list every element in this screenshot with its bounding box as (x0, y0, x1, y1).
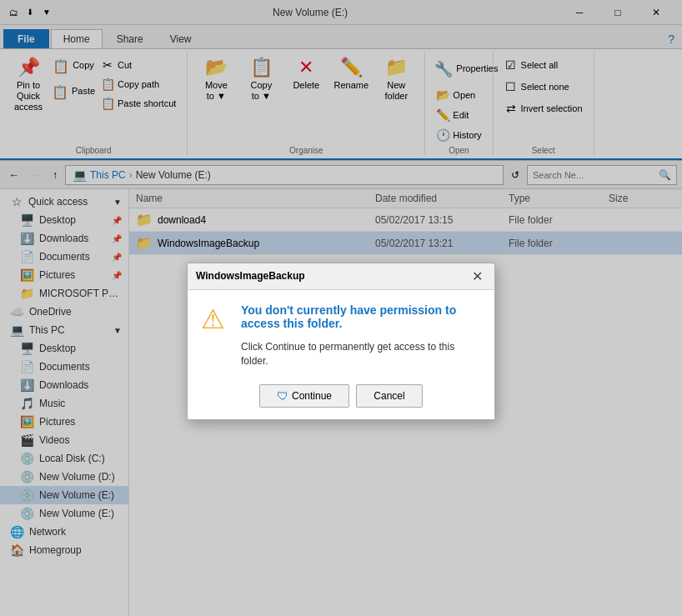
cancel-label: Cancel (374, 390, 404, 402)
permission-dialog: WindowsImageBackup ✕ ⚠ You don't current… (187, 263, 495, 421)
dialog-title: WindowsImageBackup (196, 270, 305, 282)
cancel-button[interactable]: Cancel (356, 384, 423, 408)
dialog-text-block: You don't currently have permission to a… (241, 303, 481, 368)
dialog-title-bar: WindowsImageBackup ✕ (188, 263, 494, 290)
continue-label: Continue (292, 390, 332, 402)
dialog-message: Click Continue to permanently get access… (241, 340, 481, 368)
warning-icon: ⚠ (201, 303, 231, 368)
continue-button[interactable]: 🛡 Continue (259, 384, 349, 408)
dialog-close-button[interactable]: ✕ (469, 268, 486, 284)
dialog-heading: You don't currently have permission to a… (241, 303, 481, 330)
dialog-footer: 🛡 Continue Cancel (188, 378, 494, 419)
dialog-body: ⚠ You don't currently have permission to… (188, 290, 494, 378)
shield-icon: 🛡 (277, 389, 288, 403)
dialog-overlay: WindowsImageBackup ✕ ⚠ You don't current… (0, 0, 682, 616)
